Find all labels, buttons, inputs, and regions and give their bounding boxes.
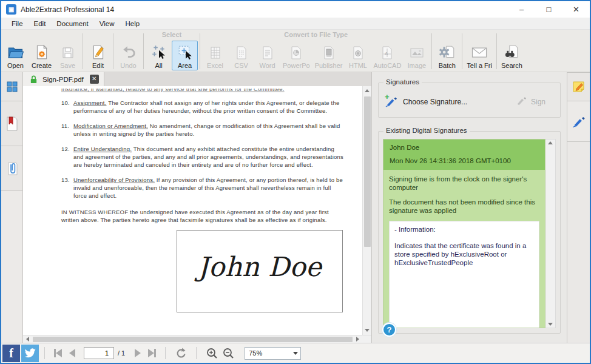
digital-signature-card[interactable]: John Doe Mon Nov 26 14:31:36 2018 GMT+01… <box>383 139 545 328</box>
toolbar-separator <box>200 33 200 69</box>
vertical-scroll-thumb[interactable] <box>364 96 371 247</box>
select-area-button[interactable]: Area <box>172 41 198 70</box>
menu-edit[interactable]: Edit <box>29 19 52 29</box>
help-button[interactable]: ? <box>382 323 396 337</box>
word-document-icon <box>260 43 275 60</box>
statusbar-separator <box>196 347 197 359</box>
select-all-button[interactable]: All <box>146 41 172 70</box>
menu-view[interactable]: View <box>94 19 120 29</box>
attachments-panel-button[interactable] <box>1 146 22 191</box>
thumbnails-panel-button[interactable] <box>1 72 22 101</box>
select-group-label: Select <box>146 30 198 39</box>
batch-gear-icon <box>439 43 456 60</box>
signing-time-note: Signing time is from the clock on the si… <box>389 175 539 192</box>
signature-card-scrollbar[interactable] <box>545 139 556 328</box>
excel-label: Excel <box>207 62 223 69</box>
previous-page-button[interactable] <box>69 349 75 357</box>
scroll-down-icon[interactable] <box>548 323 553 326</box>
undo-button[interactable]: Undo <box>115 41 141 70</box>
not-modified-note: The document has not been modified since… <box>389 198 539 215</box>
convert-publisher-button[interactable]: Publisher <box>312 41 345 70</box>
convert-image-button[interactable]: Image <box>404 41 430 70</box>
tool-strip-empty-area <box>567 141 590 343</box>
edit-button[interactable]: Edit <box>85 41 111 70</box>
minimize-button[interactable]: – <box>508 1 535 18</box>
create-button[interactable]: Create <box>29 41 55 70</box>
document-column: Sign-PDF.pdf ✕ insurance, if warranted, … <box>23 72 371 343</box>
tab-bar: Sign-PDF.pdf ✕ <box>23 72 371 86</box>
last-page-button[interactable] <box>148 349 156 357</box>
scroll-up-icon[interactable] <box>548 141 553 144</box>
tab-sign-pdf[interactable]: Sign-PDF.pdf ✕ <box>23 72 104 86</box>
html-label: HTML <box>349 62 367 69</box>
menu-file[interactable]: File <box>6 19 29 29</box>
signatures-group-label: Signatures <box>383 78 422 86</box>
autocad-icon: A <box>380 43 394 60</box>
facebook-icon[interactable]: f <box>2 345 20 362</box>
rotate-page-button[interactable] <box>175 347 187 359</box>
convert-word-button[interactable]: Word <box>254 41 280 70</box>
title-bar: ▣ Able2Extract Professional 14 – □ ✕ <box>1 1 590 18</box>
open-label: Open <box>7 62 24 69</box>
save-label: Save <box>60 62 75 69</box>
open-button[interactable]: Open <box>2 41 29 70</box>
sticky-note-tool-button[interactable] <box>567 72 590 101</box>
next-page-button[interactable] <box>135 349 141 357</box>
convert-csv-button[interactable]: CSV <box>228 41 254 70</box>
search-button[interactable]: Search <box>499 41 525 70</box>
tell-a-friend-label: Tell a Fri <box>467 62 492 69</box>
app-logo-icon: ▣ <box>6 4 16 15</box>
menu-help[interactable]: Help <box>120 19 146 29</box>
create-label: Create <box>32 62 52 69</box>
menu-document[interactable]: Document <box>51 19 93 29</box>
close-button[interactable]: ✕ <box>562 1 590 18</box>
signature-tool-button[interactable] <box>572 115 586 130</box>
choose-signature-label: Choose Signature... <box>403 98 467 106</box>
pdf-page[interactable]: insurance, if warranted, relative to any… <box>23 86 362 335</box>
maximize-button[interactable]: □ <box>535 1 562 18</box>
csv-label: CSV <box>234 62 248 69</box>
document-horizontal-scrollbar[interactable] <box>23 335 371 343</box>
batch-label: Batch <box>439 62 456 69</box>
choose-signature-button[interactable]: + Choose Signature... <box>385 95 488 109</box>
first-page-button[interactable] <box>54 349 62 357</box>
content-area: Sign-PDF.pdf ✕ insurance, if warranted, … <box>1 72 590 343</box>
convert-autocad-button[interactable]: A AutoCAD <box>371 41 404 70</box>
page-number-input[interactable] <box>84 347 114 359</box>
scroll-down-icon[interactable] <box>363 326 372 335</box>
undo-arrow-icon <box>121 43 137 60</box>
search-group: Search <box>499 30 525 72</box>
publisher-document-icon <box>322 43 336 60</box>
info-text: Indicates that the certificate was found… <box>394 241 534 267</box>
page-total-label: / 1 <box>118 349 125 357</box>
window-title: Able2Extract Professional 14 <box>21 5 508 14</box>
bookmarks-panel-button[interactable] <box>1 101 22 146</box>
convert-excel-button[interactable]: Excel <box>202 41 228 70</box>
chevron-down-icon <box>291 352 300 355</box>
tab-close-icon[interactable]: ✕ <box>90 75 99 84</box>
search-binoculars-icon <box>503 43 520 60</box>
sign-button[interactable]: Sign <box>515 95 545 109</box>
tell-a-friend-button[interactable]: Tell a Fri <box>464 41 495 70</box>
twitter-icon[interactable] <box>21 345 39 362</box>
convert-group-label: Convert to File Type <box>202 30 430 39</box>
svg-text:A: A <box>385 51 388 56</box>
zoom-level-dropdown[interactable]: 75% <box>245 347 301 360</box>
scroll-up-icon[interactable] <box>363 86 372 95</box>
signatures-groupbox: Signatures + Choose Signature... Sign <box>378 83 561 118</box>
document-vertical-scrollbar[interactable] <box>362 86 371 335</box>
zoom-in-button[interactable] <box>206 347 218 360</box>
signature-card-header: John Doe Mon Nov 26 14:31:36 2018 GMT+01… <box>383 140 545 170</box>
item-heading: Modification or Amendment. <box>73 123 148 129</box>
signature-field[interactable]: John Doe <box>177 230 343 312</box>
csv-document-icon <box>234 43 249 60</box>
signatures-panel: Signatures + Choose Signature... Sign E <box>371 72 567 343</box>
batch-button[interactable]: Batch <box>434 41 460 70</box>
toolbar-separator <box>83 33 83 69</box>
toolbar-separator <box>431 33 432 69</box>
horizontal-scroll-thumb[interactable] <box>33 337 353 342</box>
save-button[interactable]: Save <box>55 41 81 70</box>
convert-html-button[interactable]: HTML <box>345 41 371 70</box>
convert-powerpoint-button[interactable]: PowerPo <box>280 41 312 70</box>
zoom-out-button[interactable] <box>222 347 235 360</box>
